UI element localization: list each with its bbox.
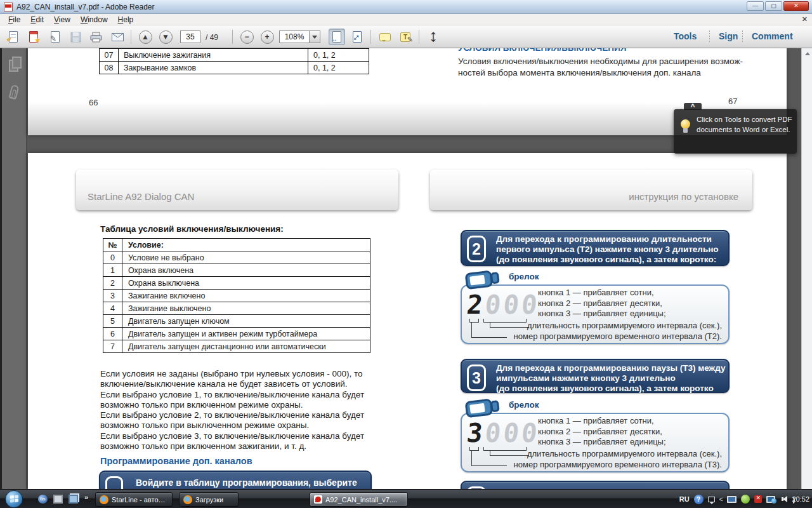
pages-panel-icon[interactable] (9, 60, 18, 72)
table-row: 5Двигатель запущен ключом (103, 315, 370, 328)
table-header-row: № Условие: (103, 239, 370, 251)
system-tray: RU ? < 20:52 (679, 490, 809, 508)
table-row: 7Двигатель запущен дистанционно или авто… (103, 340, 370, 353)
lightbulb-icon (681, 119, 690, 129)
tools-panel-button[interactable]: Tools (674, 31, 697, 41)
taskbar-button-downloads[interactable]: Загрузки (179, 492, 239, 507)
programming-subheading: Программирование доп. каналов (100, 456, 252, 466)
fullscreen-icon[interactable]: ⤡ (425, 29, 442, 45)
conditions-heading-clipped: УСЛОВИЯ ВКЛЮЧЕНИЯ/ВЫКЛЮЧЕНИЯ (458, 48, 661, 54)
step-number-badge (105, 476, 123, 489)
sign-panel-button[interactable]: Sign (719, 31, 738, 41)
save-icon[interactable] (67, 29, 84, 45)
table-row: 3Зажигание включено (103, 290, 370, 302)
switch-windows-icon[interactable] (69, 495, 78, 504)
desktop: A92_CAN_install_v7.pdf - Adobe Reader — … (0, 0, 812, 508)
window-titlebar[interactable]: A92_CAN_install_v7.pdf - Adobe Reader — … (0, 0, 812, 14)
tray-chevron-icon[interactable]: < (719, 496, 723, 503)
conditions-table: № Условие: 0Условие не выбрано 1Охрана в… (103, 238, 370, 353)
manual-name: инструкция по установке (629, 191, 738, 202)
hidden-icons-icon[interactable] (708, 497, 715, 502)
page67-body-line: Условия включения/выключения необходимы … (458, 57, 743, 66)
lcd-digits: 3000 (466, 419, 541, 447)
page-header-box-right: инструкция по установке (430, 170, 752, 210)
pdf-pages-68-69[interactable]: StarLine A92 Dialog CAN инструкция по ус… (28, 153, 787, 489)
toolbar: ⤶ ★ ✎ ▲ ▼ 35 / 49 − + 108% (0, 25, 812, 48)
button-function-lines: кнопка 1 — прибавляет сотни, кнопка 2 — … (538, 288, 666, 319)
taskbar-button-pdf[interactable]: A92_CAN_install_v7.... (310, 492, 408, 507)
step-text: Для перехода к программированию длительн… (496, 234, 719, 265)
zoom-dropdown-button[interactable] (310, 30, 320, 43)
quicklaunch-browser-icon[interactable]: bs (38, 495, 48, 504)
menu-view[interactable]: View (49, 15, 75, 25)
firefox-icon (100, 495, 108, 504)
monitor-icon[interactable] (727, 496, 737, 503)
step-text: Для перехода к программированию паузы (Т… (496, 363, 725, 394)
close-document-icon[interactable]: ✕ (802, 15, 808, 23)
menu-edit[interactable]: Edit (26, 15, 48, 25)
keyfob-display-panel-t2: 2000 кнопка 1 — прибавляет сотни, кнопка… (461, 284, 730, 344)
page-total-label: / 49 (206, 33, 218, 42)
step-number-badge: 2 (467, 236, 486, 262)
tooltip-caret-icon: ^ (684, 103, 702, 110)
button-function-lines: кнопка 1 — прибавляет сотни, кнопка 2 — … (538, 416, 666, 448)
convert-pdf-icon[interactable]: ★ (25, 29, 42, 45)
fit-page-icon[interactable]: ⤢ (349, 29, 365, 45)
page-down-icon[interactable]: ▼ (157, 29, 174, 45)
attachments-paperclip-icon[interactable] (9, 84, 20, 100)
restore-button[interactable]: ▢ (765, 1, 782, 11)
table-row: 1Охрана включена (103, 264, 370, 277)
text-annotation-icon[interactable]: T✎ (397, 29, 414, 45)
show-desktop-icon[interactable] (53, 495, 63, 504)
table-row: 0Условие не выбрано (103, 251, 370, 264)
comment-panel-button[interactable]: Comment (752, 31, 793, 41)
taskbar-button-starline[interactable]: StarLine - автомоби... (95, 492, 173, 507)
antivirus-icon[interactable] (741, 495, 750, 504)
step-box-partial (461, 481, 730, 489)
page-number-input[interactable]: 35 (180, 30, 200, 43)
conditions-table-title: Таблица условий включения/выключения: (100, 224, 284, 234)
help-icon[interactable]: ? (694, 495, 704, 504)
start-orb-windows-icon[interactable] (5, 490, 23, 508)
interval-labels: длительность программируемого интервала … (494, 320, 722, 342)
scroll-up-icon[interactable] (802, 48, 812, 59)
tools-tooltip: Click on Tools to convert PDF documents … (674, 109, 797, 154)
pdf-reader-icon (314, 495, 322, 504)
minimize-button[interactable]: — (747, 1, 764, 11)
table-row: 2Охрана выключена (103, 277, 370, 290)
power-plug-icon[interactable] (754, 495, 762, 503)
sign-pen-icon[interactable]: ✎ (47, 29, 63, 45)
step-banner: Войдите в таблицу программирования, выбе… (99, 471, 372, 489)
comment-bubble-icon[interactable] (377, 29, 393, 45)
open-icon[interactable]: ⤶ (5, 29, 22, 45)
network-icon[interactable] (766, 496, 775, 503)
email-icon[interactable] (109, 29, 126, 45)
page-header-box-left: StarLine A92 Dialog CAN (76, 170, 398, 210)
zoom-in-icon[interactable]: + (259, 29, 275, 45)
quicklaunch-overflow-chevron[interactable]: » (84, 493, 88, 501)
menu-file[interactable]: File (4, 15, 25, 25)
language-indicator[interactable]: RU (679, 495, 690, 503)
keyfob-label: брелок (509, 272, 539, 281)
menu-window[interactable]: Window (76, 15, 112, 25)
fit-width-icon[interactable]: ↔ (329, 29, 345, 45)
product-name: StarLine A92 Dialog CAN (88, 191, 194, 202)
pdf-pages-66-67[interactable]: 07 Выключение зажигания 0, 1, 2 08 Закры… (28, 48, 787, 135)
speaker-icon[interactable] (780, 496, 787, 502)
interval-labels: длительность программируемого интервала … (494, 448, 722, 470)
table-row: 08 Закрывание замков 0, 1, 2 (100, 62, 369, 74)
zoom-level-input[interactable]: 108% (279, 30, 310, 43)
page-number-66: 66 (89, 98, 98, 107)
tooltip-text: Click on Tools to convert PDF documents … (697, 115, 792, 135)
pdf-file-icon (4, 3, 13, 11)
menu-help[interactable]: Help (114, 15, 138, 25)
vertical-scrollbar[interactable] (801, 48, 812, 489)
page67-body-line: ностей выбора момента включения/выключен… (458, 68, 701, 77)
keyfob-label: брелок (509, 400, 539, 410)
close-button[interactable]: ✕ (783, 1, 809, 11)
zoom-out-icon[interactable]: − (239, 29, 255, 45)
table-row: 07 Выключение зажигания 0, 1, 2 (100, 49, 369, 62)
page-up-icon[interactable]: ▲ (137, 29, 154, 45)
print-icon[interactable] (88, 29, 104, 45)
keyfob-display-panel-t3: 3000 кнопка 1 — прибавляет сотни, кнопка… (461, 413, 730, 472)
